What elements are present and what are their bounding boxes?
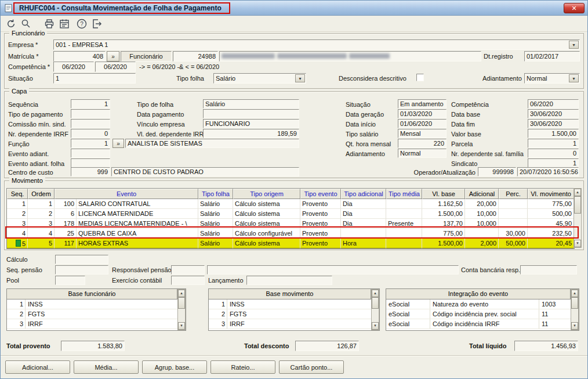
capa-evento-adiant-value: [71, 149, 110, 158]
exercicio-contabil-label: Exercício contábil: [112, 277, 162, 284]
matricula-lookup-button[interactable]: »: [107, 51, 119, 62]
list-item[interactable]: 2FGTS: [7, 309, 177, 319]
capa-data-fim-value: 30/06/2020: [528, 119, 579, 128]
chevron-down-icon[interactable]: ▾: [569, 41, 579, 49]
scroll-thumb[interactable]: [178, 297, 185, 309]
capa-centro-custo-descricao: CENTRO DE CUSTO PADRAO: [111, 167, 299, 176]
col-vl-movimento[interactable]: Vl. movimento: [528, 189, 574, 199]
scroll-up-button[interactable]: ▲: [178, 290, 185, 297]
capa-evento-adiant-folha-value: [71, 158, 110, 168]
scroll-thumb[interactable]: [571, 297, 578, 309]
cell-tipo-origem: Cálculo sistema: [233, 219, 300, 229]
integration-value: 11: [539, 309, 571, 319]
list-item[interactable]: eSocialCódigo incidência prev. social11: [386, 309, 571, 319]
capa-vl-ded-irrf-value: 189,59: [203, 129, 299, 138]
cell-tipo-media: [386, 209, 422, 219]
list-item[interactable]: eSocialCódigo incidência IRRF11: [386, 319, 571, 329]
capa-adiantamento-value: Normal: [398, 149, 447, 158]
pool-field: [55, 276, 85, 285]
situacao-input[interactable]: 1: [53, 73, 136, 84]
scroll-up-button[interactable]: ▲: [372, 290, 379, 297]
capa-vl-ded-irrf-label: Vl. ded. dependente IRRF: [137, 131, 207, 138]
cell-seq: 4: [7, 229, 28, 239]
competencia-to-input[interactable]: 06/2020: [95, 62, 136, 72]
capa-tipo-pagamento-label: Tipo de pagamento: [8, 111, 63, 118]
col-evento[interactable]: Evento: [55, 189, 198, 199]
table-row[interactable]: 2 2 6 LICENCA MATERNIDADE Salário Cálcul…: [7, 209, 574, 219]
scroll-thumb[interactable]: [372, 297, 379, 309]
cell-ordem: 4: [28, 229, 55, 239]
col-tipo-adicional[interactable]: Tipo adicional: [341, 189, 386, 199]
table-row-selected[interactable]: 5 5 117 HORAS EXTRAS Salário Cálculo sis…: [7, 239, 574, 248]
list-item-num: 1: [209, 299, 227, 309]
list-scrollbar[interactable]: ▲ ▼: [571, 289, 579, 330]
list-scrollbar[interactable]: ▲ ▼: [371, 289, 379, 330]
scroll-down-button[interactable]: ▼: [372, 322, 379, 330]
cell-vl-base: 1.500,00: [422, 209, 465, 219]
cell-vl-base: 137,70: [422, 219, 465, 229]
cartao-ponto-button[interactable]: Cartão ponto...: [279, 360, 344, 374]
col-tipo-folha[interactable]: Tipo folha: [198, 189, 233, 199]
cell-evento-cod: 178: [55, 219, 77, 229]
refresh-icon[interactable]: [5, 18, 17, 30]
list-item[interactable]: 1INSS: [7, 299, 177, 309]
cell-tipo-folha: Salário: [198, 219, 233, 229]
col-seq[interactable]: Seq.: [7, 189, 28, 199]
col-tipo-media[interactable]: Tipo média: [386, 189, 422, 199]
chevron-down-icon[interactable]: ▾: [569, 74, 579, 82]
funcao-lookup-button[interactable]: »: [112, 139, 124, 148]
agrup-base-button[interactable]: Agrup. base...: [142, 360, 207, 374]
table-row[interactable]: 4 4 25 QUEBRA DE CAIXA Salário Cálculo c…: [7, 229, 574, 239]
col-adicional[interactable]: Adicional: [465, 189, 499, 199]
capa-funcao-descricao: ANALISTA DE SISTEMAS: [125, 139, 299, 148]
list-item[interactable]: 3IRRF: [7, 319, 177, 329]
scroll-down-button[interactable]: ▼: [571, 322, 578, 330]
capa-data-fim-label: Data fim: [451, 121, 475, 128]
adiantamento-select[interactable]: Normal ▾: [524, 73, 580, 84]
help-icon[interactable]: ?: [76, 18, 88, 30]
adicional-button[interactable]: Adicional...: [5, 360, 70, 374]
scroll-up-button[interactable]: ▲: [574, 189, 581, 196]
scroll-down-button[interactable]: ▼: [178, 322, 185, 330]
rateio-button[interactable]: Rateio...: [210, 360, 275, 374]
list-scrollbar[interactable]: ▲ ▼: [177, 289, 186, 330]
integration-value: 11: [539, 319, 571, 329]
close-button[interactable]: ✕: [564, 3, 585, 13]
media-button[interactable]: Média...: [74, 360, 139, 374]
col-perc[interactable]: Perc.: [499, 189, 528, 199]
print-icon[interactable]: [43, 18, 55, 30]
list-item[interactable]: 3IRRF: [209, 319, 371, 329]
app-window: RHUFC004 - Consulta Movimentação de Folh…: [0, 0, 588, 379]
total-desconto-label: Total desconto: [244, 342, 289, 350]
search-icon[interactable]: [20, 18, 32, 30]
funcionario-code-field: 24988: [173, 51, 218, 62]
list-item[interactable]: 2FGTS: [209, 309, 371, 319]
empresa-select[interactable]: 001 - EMPRESA 1 ▾: [53, 39, 580, 50]
col-tipo-evento[interactable]: Tipo evento: [300, 189, 341, 199]
list-item[interactable]: eSocialNatureza do evento1003: [386, 299, 571, 309]
capa-sequencia-value: 1: [71, 99, 110, 109]
funcionario-legend: Funcionário: [9, 29, 47, 37]
desconsidera-descritivo-checkbox[interactable]: [416, 74, 424, 81]
movimento-table: Seq. Ordem Evento Tipo folha Tipo origem…: [6, 188, 575, 249]
scroll-down-button[interactable]: ▼: [574, 240, 581, 247]
list-item[interactable]: 1INSS: [209, 299, 371, 309]
table-row[interactable]: 3 3 178 MEDIAS LICENCA MATERNIDADE - \ S…: [7, 219, 574, 229]
matricula-input[interactable]: 408: [53, 51, 106, 62]
competencia-from-input[interactable]: 06/2020: [53, 62, 94, 72]
table-header-row: Seq. Ordem Evento Tipo folha Tipo origem…: [7, 189, 574, 199]
table-scrollbar[interactable]: ▲ ▼: [574, 188, 582, 248]
capa-tipo-de-folha-label: Tipo de folha: [137, 101, 173, 109]
col-tipo-origem[interactable]: Tipo origem: [233, 189, 300, 199]
scroll-up-button[interactable]: ▲: [571, 290, 578, 297]
cell-tipo-folha: Salário: [198, 209, 233, 219]
table-row[interactable]: 1 1 100 SALARIO CONTRATUAL Salário Cálcu…: [7, 199, 574, 209]
col-vl-base[interactable]: Vl. base: [422, 189, 465, 199]
col-ordem[interactable]: Ordem: [28, 189, 55, 199]
chevron-down-icon[interactable]: ▾: [295, 74, 305, 82]
exit-icon[interactable]: [91, 18, 103, 30]
tipo-folha-select[interactable]: Salário ▾: [213, 73, 306, 84]
capa-data-geracao-label: Data geração: [346, 111, 384, 118]
scroll-thumb[interactable]: [574, 196, 581, 214]
calendar-icon[interactable]: [59, 18, 70, 30]
